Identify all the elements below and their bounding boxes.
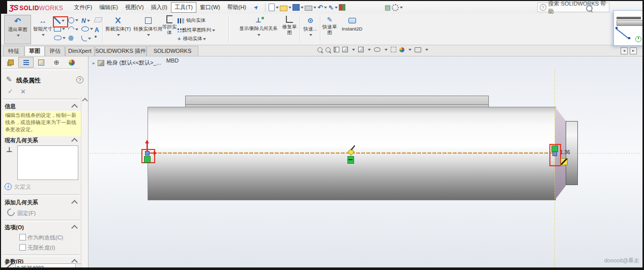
linear-pattern-button[interactable]: 线性草图阵列 xyxy=(178,26,215,34)
dropdown-arrow-icon[interactable] xyxy=(212,29,215,32)
dropdown-arrow-icon[interactable] xyxy=(147,34,150,36)
dropdown-arrow-icon[interactable] xyxy=(408,49,412,51)
chevron-up-icon[interactable] xyxy=(71,200,78,206)
previous-view-icon[interactable] xyxy=(334,47,339,52)
dropdown-arrow-icon[interactable] xyxy=(88,38,91,40)
mirror-entities-button[interactable]: 镜向实体 xyxy=(178,17,206,24)
arc-tool-button[interactable] xyxy=(68,26,78,33)
chevron-up-icon[interactable] xyxy=(71,225,78,231)
graphics-viewport[interactable]: ▸ 枪身 (默认<<默认>_... 1.36 dooooit@暴走 xyxy=(89,56,642,267)
dropdown-arrow-icon[interactable] xyxy=(17,35,20,37)
tab-evaluate[interactable]: 评估 xyxy=(45,46,65,56)
tab-dimxpertmanager[interactable]: ⊕ xyxy=(49,57,64,68)
options-header[interactable]: 选项(O) xyxy=(5,224,24,231)
panel-help-icon[interactable]: ? xyxy=(76,76,83,83)
flyout-arrow-icon[interactable]: ▸ xyxy=(93,61,95,66)
select-button[interactable]: ⇖ xyxy=(328,4,338,11)
relations-listbox[interactable] xyxy=(17,145,78,180)
dropdown-arrow-icon[interactable] xyxy=(385,49,388,51)
relation-badge-left[interactable] xyxy=(144,156,151,163)
exit-sketch-button[interactable]: ↶ 退出草图 xyxy=(4,15,31,44)
dropdown-arrow-icon[interactable] xyxy=(368,49,371,51)
tab-featuremanager-tree[interactable] xyxy=(3,57,18,68)
save-button[interactable] xyxy=(292,4,304,11)
menu-tools[interactable]: 工具(T) xyxy=(171,2,196,13)
open-button[interactable] xyxy=(280,4,291,11)
dropdown-arrow-icon[interactable] xyxy=(257,34,260,36)
dropdown-arrow-icon[interactable] xyxy=(309,34,312,36)
dropdown-arrow-icon[interactable] xyxy=(90,28,93,30)
feature-tree-flyout[interactable]: ▸ 枪身 (默认<<默认>_... xyxy=(93,59,161,67)
dropdown-arrow-icon[interactable] xyxy=(324,7,327,9)
add-relations-header[interactable]: 添加几何关系 xyxy=(5,199,38,206)
infinite-length-checkbox[interactable] xyxy=(19,244,26,251)
rebuild-button[interactable] xyxy=(339,4,345,11)
menu-view[interactable]: 视图(V) xyxy=(122,2,148,13)
ok-button[interactable]: ✓ xyxy=(8,87,13,95)
panel-scrollbar[interactable] xyxy=(81,97,88,267)
construction-line-label[interactable]: 作为构造线(C) xyxy=(27,234,63,242)
dropdown-arrow-icon[interactable] xyxy=(313,7,316,9)
circle-tool-button[interactable] xyxy=(68,17,78,23)
tab-displaymanager[interactable] xyxy=(64,57,79,68)
print-button[interactable] xyxy=(305,4,316,11)
tab-mbd[interactable]: SOLIDWORKS MBD xyxy=(147,46,198,56)
menu-window[interactable]: 窗口(W) xyxy=(196,2,224,13)
dropdown-arrow-icon[interactable] xyxy=(276,7,279,9)
display-style-icon[interactable] xyxy=(391,47,396,52)
new-document-button[interactable] xyxy=(269,4,279,11)
convert-entities-button[interactable]: 转换实体引用 xyxy=(133,15,163,37)
info-section-header[interactable]: 信息 xyxy=(5,103,16,110)
edit-appearance-icon[interactable] xyxy=(399,47,404,52)
dropdown-arrow-icon[interactable] xyxy=(288,7,291,9)
smart-dimension-button[interactable]: ↔ 智能尺寸 xyxy=(32,15,54,37)
dropdown-arrow-icon[interactable] xyxy=(352,49,355,51)
sketch-point-right[interactable] xyxy=(552,152,557,156)
help-search-label[interactable]: 搜索 SOLIDWORKS 帮助 xyxy=(548,0,609,15)
rapid-snap-button[interactable]: ⊙ 快速... xyxy=(302,15,319,37)
cancel-button[interactable]: × xyxy=(21,87,25,96)
polygon-tool-button[interactable] xyxy=(68,36,74,41)
ellipse-tool-button[interactable] xyxy=(81,26,93,32)
search-icon[interactable] xyxy=(586,5,593,12)
menu-insert[interactable]: 插入(I) xyxy=(148,2,171,13)
view-settings-icon[interactable] xyxy=(415,47,421,52)
fix-relation-option[interactable]: 固定(F) xyxy=(17,209,36,217)
collapse-pane-right-button[interactable]: ▸ xyxy=(630,47,637,54)
tab-addins[interactable]: SOLIDWORKS 插件 xyxy=(95,46,147,56)
section-view-icon[interactable] xyxy=(342,47,348,52)
menu-edit[interactable]: 编辑(E) xyxy=(96,2,122,13)
move-entities-button[interactable]: + 移动实体 xyxy=(178,36,206,42)
dropdown-arrow-icon[interactable] xyxy=(203,38,206,40)
horizontal-relation-badge[interactable] xyxy=(347,156,354,164)
instant2d-button[interactable]: Instant2D xyxy=(339,15,365,32)
dropdown-arrow-icon[interactable] xyxy=(75,28,78,31)
chevron-up-icon[interactable] xyxy=(71,104,78,110)
zoom-fit-icon[interactable] xyxy=(317,47,323,52)
dropdown-arrow-icon[interactable] xyxy=(301,7,304,9)
dropdown-arrow-icon[interactable] xyxy=(62,28,65,30)
dropdown-arrow-icon[interactable] xyxy=(63,37,66,39)
dropdown-arrow-icon[interactable] xyxy=(87,20,90,22)
scroll-up-icon[interactable] xyxy=(82,98,87,103)
fillet-tool-button[interactable] xyxy=(81,36,91,41)
dropdown-arrow-icon[interactable] xyxy=(117,34,120,36)
collapse-pane-left-button[interactable]: ◂ xyxy=(621,47,628,54)
options-button[interactable] xyxy=(392,4,403,11)
help-search-box[interactable]: ? 搜索 SOLIDWORKS 帮助 xyxy=(537,3,609,12)
existing-relations-header[interactable]: 现有几何关系 xyxy=(5,137,38,144)
tab-dimxpert[interactable]: DimXpert xyxy=(65,46,95,56)
construction-line-checkbox[interactable] xyxy=(19,234,26,241)
text-tool-button[interactable]: A xyxy=(95,26,99,34)
view-orientation-icon[interactable] xyxy=(358,47,364,52)
menu-file[interactable]: 文件(F) xyxy=(70,2,96,13)
infinite-length-label[interactable]: 无限长度(I) xyxy=(27,244,55,252)
rapid-sketch-button[interactable]: ✎ 快速草图 xyxy=(322,15,337,35)
zoom-area-icon[interactable] xyxy=(326,47,331,52)
menu-help[interactable]: 帮助(H) xyxy=(224,2,250,13)
tree-item-label[interactable]: 枪身 (默认<<默认>_... xyxy=(107,59,161,67)
tab-configurationmanager[interactable] xyxy=(34,57,49,68)
display-delete-relations-button[interactable]: ⊥ 显示/删除几何关系 xyxy=(235,15,282,37)
sketch-point-left[interactable] xyxy=(145,151,150,156)
tab-propertymanager[interactable] xyxy=(18,57,34,68)
